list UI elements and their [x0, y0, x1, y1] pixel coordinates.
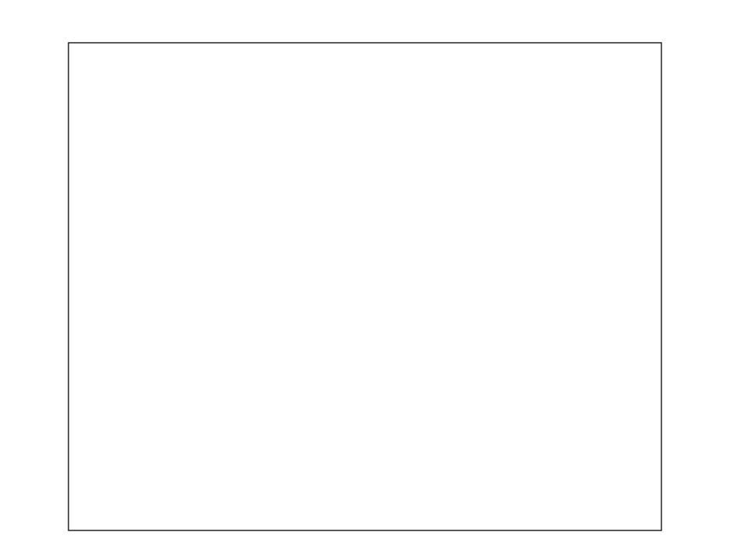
- plot-border: [68, 43, 661, 530]
- chart-page: [0, 0, 747, 560]
- chart-canvas: [0, 0, 747, 560]
